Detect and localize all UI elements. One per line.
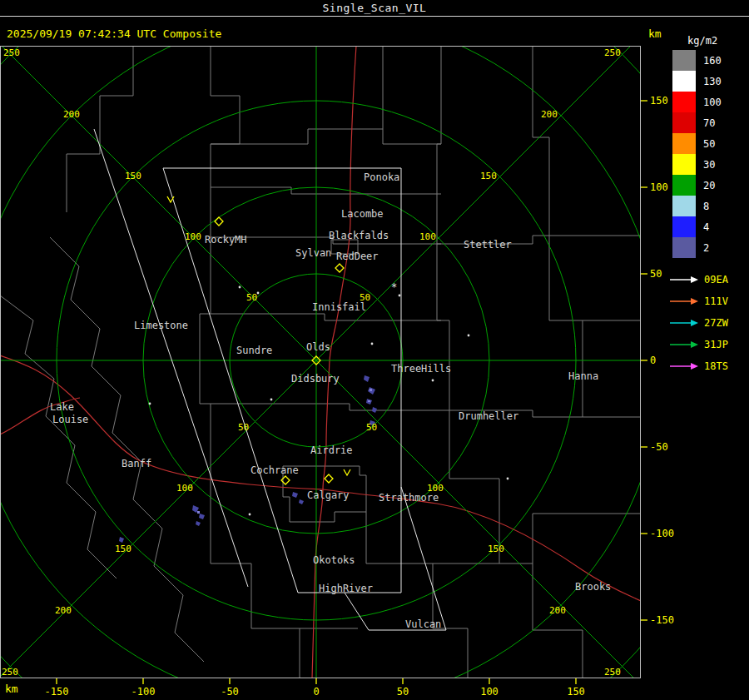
range-label: 50: [246, 292, 257, 303]
scale-swatch: [672, 154, 696, 175]
scale-swatch: [672, 71, 696, 92]
x-axis-label: 150: [567, 686, 585, 698]
radar-id: 27ZW: [704, 317, 728, 329]
radar-legend-entry: 09EA: [669, 269, 749, 290]
scale-value: 130: [703, 76, 722, 87]
range-label: 150: [125, 171, 141, 181]
window-title: Single_Scan_VIL: [0, 0, 749, 17]
range-label: 150: [488, 544, 504, 554]
radar-id: 09EA: [704, 274, 728, 285]
radar-arrow-icon: [669, 275, 699, 285]
range-label: 250: [2, 667, 18, 678]
city-label: Okotoks: [313, 554, 355, 566]
scale-entry: 4: [672, 216, 749, 237]
city-label: Vulcan: [405, 618, 441, 630]
range-label: 250: [604, 47, 621, 58]
city-label: Airdrie: [310, 444, 353, 456]
city-label: Innisfail: [312, 301, 366, 313]
city-label: Drumheller: [459, 410, 518, 422]
city-label: Strathmore: [379, 492, 439, 504]
coverage-outline: [94, 129, 446, 630]
scale-value: 4: [703, 221, 709, 233]
radar-site-diamond-icon: [325, 474, 333, 483]
town-asterisk: *: [391, 281, 397, 293]
scale-value: 50: [703, 138, 715, 150]
scale-swatch: [672, 237, 696, 258]
range-label: 200: [63, 109, 80, 120]
radar-legend-entry: 111V: [669, 290, 749, 312]
radar-arrow-icon: [669, 318, 699, 328]
city-label: Calgary: [307, 489, 350, 501]
scale-entry: 100: [672, 92, 749, 112]
city-label: Brooks: [575, 581, 611, 593]
x-axis-label: 0: [313, 686, 319, 698]
scale-swatch: [672, 133, 696, 154]
scan-timestamp: 2025/09/19 07:42:34 UTC Composite: [7, 27, 221, 40]
legend-panel: kg/m2 160 130 100 70 50: [666, 35, 749, 377]
radar-legend-entry: 18TS: [669, 355, 749, 377]
city-label: Sylvan: [295, 247, 331, 259]
scale-value: 70: [703, 117, 715, 129]
scale-entry: 2: [672, 237, 749, 258]
range-label: 200: [55, 605, 72, 616]
city-label: Lake: [50, 401, 74, 413]
city-label: RedDeer: [336, 251, 379, 262]
city-label: Sundre: [236, 345, 272, 356]
color-scale: 160 130 100 70 50 30: [666, 50, 749, 258]
y-axis-label: -150: [650, 614, 674, 626]
radar-site-diamond-icon: [335, 264, 344, 272]
radar-id: 18TS: [704, 360, 728, 372]
y-axis-ticks: [641, 101, 647, 620]
range-label: 50: [238, 422, 249, 433]
x-axis-label: -50: [221, 686, 239, 698]
x-axis-label: -100: [131, 686, 156, 698]
scale-value: 2: [703, 242, 709, 254]
scale-swatch: [672, 112, 696, 133]
city-label: Didsbury: [291, 373, 340, 385]
scale-value: 8: [703, 201, 709, 212]
city-label: HighRiver: [319, 583, 373, 594]
scale-swatch: [672, 175, 696, 196]
scale-swatch: [672, 216, 696, 237]
city-label: Limestone: [134, 320, 188, 331]
scale-entry: 30: [672, 154, 749, 175]
x-axis-label: -150: [45, 686, 69, 698]
scale-entry: 50: [672, 133, 749, 154]
city-labels: Ponoka Lacombe Blackfalds Sylvan RedDeer…: [50, 171, 611, 630]
x-axis-label: 50: [397, 686, 409, 698]
x-axis-ticks: [57, 678, 576, 684]
x-axis-labels: -150 -100 -50 0 50 100 150: [45, 686, 585, 698]
range-label: 250: [3, 47, 20, 58]
city-label: Stettler: [464, 239, 512, 251]
range-ring-labels: 50 100 150 200 250 50 100 150 200 250 50…: [2, 47, 621, 678]
precip-echoes-dark: [119, 375, 377, 543]
radar-site-diamond-icon: [215, 217, 223, 226]
scale-value: 100: [703, 97, 722, 108]
range-label: 150: [115, 544, 131, 554]
range-label: 50: [366, 422, 377, 433]
radar-viewer-window: Single_Scan_VIL 2025/09/19 07:42:34 UTC …: [0, 0, 749, 700]
scale-value: 30: [703, 159, 715, 171]
radar-id: 111V: [704, 295, 728, 307]
scale-swatch: [672, 196, 696, 216]
range-label: 250: [604, 667, 621, 678]
radar-arrow-icon: [669, 361, 699, 371]
scale-swatch: [672, 92, 696, 112]
city-label: Blackfalds: [329, 230, 389, 241]
scale-unit-label: kg/m2: [687, 35, 749, 50]
radar-legend-entry: 27ZW: [669, 312, 749, 334]
y-axis-unit-label: km: [648, 27, 662, 40]
range-label: 200: [549, 605, 566, 616]
y-axis-label: -100: [650, 528, 674, 539]
radar-map-display: 50 100 150 200 250 50 100 150 200 250 50…: [0, 46, 641, 678]
range-label: 200: [541, 109, 558, 120]
city-label: Ponoka: [364, 171, 399, 183]
scale-entry: 160: [672, 50, 749, 71]
city-label: Hanna: [568, 370, 598, 382]
radar-id: 31JP: [704, 339, 728, 350]
radar-site-check-icon: [344, 469, 350, 475]
range-label: 150: [480, 171, 497, 181]
scale-entry: 20: [672, 175, 749, 196]
x-axis: -150 -100 -50 0 50 100 150: [0, 678, 641, 700]
city-label: Banff: [122, 458, 151, 469]
